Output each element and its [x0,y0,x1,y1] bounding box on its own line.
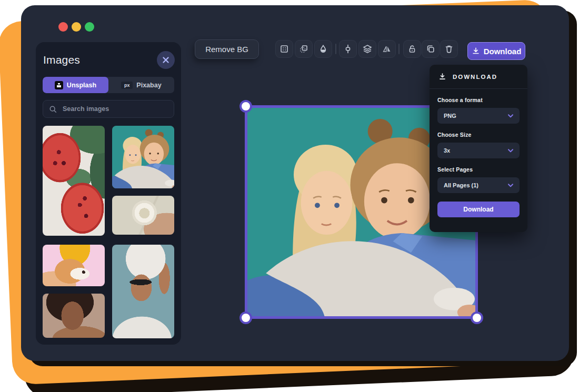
download-button[interactable]: Download [467,42,525,60]
artboard-icon [279,44,289,54]
selection-handle-top-left[interactable] [239,100,252,113]
thumbnail-woman-portrait[interactable] [43,294,105,338]
copy-button[interactable] [422,40,440,58]
selection-handle-bottom-left[interactable] [239,311,252,324]
chevron-down-icon [508,149,513,153]
search-input[interactable] [62,105,168,113]
thumbnail-pomegranate[interactable] [43,126,105,236]
app-window: Images Unsplash px Pixabay [21,5,569,361]
layers-button[interactable] [358,40,376,58]
lock-button[interactable] [403,40,421,58]
thumbnail-girls-hugging[interactable] [112,126,174,188]
unsplash-logo-icon [55,81,63,89]
search-box[interactable] [43,100,174,118]
lock-icon [407,44,417,54]
window-minimize-button[interactable] [72,22,81,32]
format-select[interactable]: PNG [437,108,520,124]
tab-unsplash[interactable]: Unsplash [43,77,108,93]
size-value: 3x [444,147,450,154]
chevron-down-icon [508,184,513,187]
tab-label: Pixabay [136,82,161,89]
tab-label: Unsplash [67,82,96,89]
images-panel: Images Unsplash px Pixabay [36,42,181,345]
copy-icon [426,44,435,54]
panel-title: Images [43,54,80,66]
download-icon [472,47,480,55]
window-zoom-button[interactable] [85,22,94,32]
thumbnail-flower-in-hand[interactable] [112,196,174,235]
toolbar-divider [335,44,336,54]
window-close-button[interactable] [58,22,68,32]
flip-vertical-button[interactable] [339,40,357,58]
pages-select[interactable]: All Pages (1) [437,177,520,193]
panel-close-button[interactable] [157,51,175,69]
flip-vertical-icon [343,44,353,54]
color-drop-button[interactable] [314,40,332,58]
thumbnail-woman-towel[interactable] [112,245,174,338]
pages-value: All Pages (1) [444,182,478,188]
thumbnail-shiba-dog[interactable] [43,245,105,286]
size-select[interactable]: 3x [437,143,520,158]
pages-label: Select Pages [437,166,520,173]
color-drop-icon [318,44,328,54]
panel-download-button[interactable]: Download [437,202,520,217]
download-panel-title: DOWNLOAD [453,74,497,80]
delete-button[interactable] [440,40,458,58]
layers-icon [363,44,372,54]
flip-horizontal-button[interactable] [378,40,396,58]
close-icon [162,56,169,64]
artboard-button[interactable] [275,40,293,58]
tab-pixabay[interactable]: px Pixabay [108,77,174,93]
flip-horizontal-icon [382,44,392,54]
toolbar-divider [398,44,400,54]
selection-handle-bottom-right[interactable] [471,311,483,324]
window-controls [58,22,94,32]
size-label: Choose Size [437,132,520,138]
format-value: PNG [444,113,456,119]
remove-bg-label: Remove BG [205,45,248,54]
pixabay-logo-icon: px [121,82,133,89]
remove-bg-button[interactable]: Remove BG [195,39,259,59]
search-icon [49,105,57,113]
chevron-down-icon [508,114,513,118]
panel-download-label: Download [463,206,493,213]
format-label: Choose a format [437,97,520,103]
image-source-tabs: Unsplash px Pixabay [43,77,174,93]
duplicate-button[interactable] [295,40,313,58]
download-panel: DOWNLOAD Choose a format PNG Choose Size… [430,65,527,232]
download-label: Download [484,47,522,56]
duplicate-icon [299,44,308,54]
download-icon [438,73,446,81]
delete-icon [444,44,454,54]
